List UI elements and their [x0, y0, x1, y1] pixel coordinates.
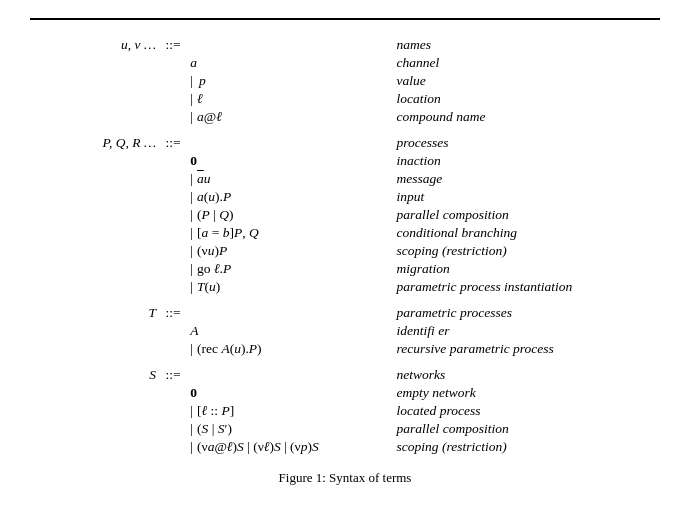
- rule-empty-network: 0: [190, 384, 396, 402]
- desc-parametric: parametric processes: [397, 304, 660, 322]
- desc-location: location: [397, 90, 660, 108]
- rule-located: |[ℓ :: P]: [190, 402, 396, 420]
- desc-instantiation: parametric process instantiation: [397, 278, 660, 296]
- desc-inaction: inaction: [397, 152, 660, 170]
- rule-scoping-s: |(νa@ℓ)S | (νℓ)S | (νp)S: [190, 438, 396, 456]
- table-row: 0 inaction: [30, 152, 660, 170]
- table-row: T ::= parametric processes: [30, 304, 660, 322]
- rule-empty2: [190, 134, 396, 152]
- rule-parallel-s: |(S | S′): [190, 420, 396, 438]
- desc-processes: processes: [397, 134, 660, 152]
- spacer-row: [30, 126, 660, 134]
- spacer-row: [30, 296, 660, 304]
- table-row: A identifi er: [30, 322, 660, 340]
- sep-s: ::=: [156, 366, 190, 384]
- rule-compound: |a@ℓ: [190, 108, 396, 126]
- table-row: |(S | S′) parallel composition: [30, 420, 660, 438]
- desc-conditional: conditional branching: [397, 224, 660, 242]
- desc-channel: channel: [397, 54, 660, 72]
- rule-migration: |go ℓ.P: [190, 260, 396, 278]
- table-row: |go ℓ.P migration: [30, 260, 660, 278]
- table-row: |T(u) parametric process instantiation: [30, 278, 660, 296]
- table-row: |a(u).P input: [30, 188, 660, 206]
- spacer-row: [30, 358, 660, 366]
- table-row: |(P | Q) parallel composition: [30, 206, 660, 224]
- rule-recursive: |(rec A(u).P): [190, 340, 396, 358]
- desc-compound: compound name: [397, 108, 660, 126]
- rule-ell: |ℓ: [190, 90, 396, 108]
- sep-uv: ::=: [156, 36, 190, 54]
- desc-empty-network: empty network: [397, 384, 660, 402]
- figure-caption: Figure 1: Syntax of terms: [279, 470, 412, 486]
- table-row: P, Q, R … ::= processes: [30, 134, 660, 152]
- desc-names: names: [397, 36, 660, 54]
- rule-inaction: 0: [190, 152, 396, 170]
- table-row: |(νa@ℓ)S | (νℓ)S | (νp)S scoping (restri…: [30, 438, 660, 456]
- bar-p: |: [190, 73, 193, 89]
- table-row: |a@ℓ compound name: [30, 108, 660, 126]
- rule-empty1: [190, 36, 396, 54]
- rule-a: a: [190, 54, 396, 72]
- desc-message: message: [397, 170, 660, 188]
- lhs-s: S: [30, 366, 156, 384]
- rule-conditional: |[a = b]P, Q: [190, 224, 396, 242]
- table-row: |[ℓ :: P] located process: [30, 402, 660, 420]
- desc-parallel-s: parallel composition: [397, 420, 660, 438]
- rule-message: |au: [190, 170, 396, 188]
- rule-scoping-p: |(νu)P: [190, 242, 396, 260]
- caption-text: Figure 1: Syntax of terms: [279, 470, 412, 485]
- desc-networks: networks: [397, 366, 660, 384]
- table-row: | p value: [30, 72, 660, 90]
- desc-input: input: [397, 188, 660, 206]
- lhs-uv: u, v …: [30, 36, 156, 54]
- figure-container: u, v … ::= names a channel | p: [30, 36, 660, 504]
- table-row: |au message: [30, 170, 660, 188]
- sep-pqr: ::=: [156, 134, 190, 152]
- desc-value: value: [397, 72, 660, 90]
- table-row: 0 empty network: [30, 384, 660, 402]
- table-row: |(νu)P scoping (restriction): [30, 242, 660, 260]
- sep-t: ::=: [156, 304, 190, 322]
- rule-parallel-p: |(P | Q): [190, 206, 396, 224]
- rule-empty4: [190, 366, 396, 384]
- rule-identifier: A: [190, 322, 396, 340]
- lhs-pqr: P, Q, R …: [30, 134, 156, 152]
- page: u, v … ::= names a channel | p: [0, 0, 690, 514]
- table-row: |(rec A(u).P) recursive parametric proce…: [30, 340, 660, 358]
- table-row: |[a = b]P, Q conditional branching: [30, 224, 660, 242]
- table-row: u, v … ::= names: [30, 36, 660, 54]
- val-p: p: [199, 73, 206, 89]
- desc-migration: migration: [397, 260, 660, 278]
- rule-input: |a(u).P: [190, 188, 396, 206]
- desc-recursive: recursive parametric process: [397, 340, 660, 358]
- syntax-table: u, v … ::= names a channel | p: [30, 36, 660, 456]
- table-row: a channel: [30, 54, 660, 72]
- desc-parallel-p: parallel composition: [397, 206, 660, 224]
- lhs-t: T: [30, 304, 156, 322]
- desc-located: located process: [397, 402, 660, 420]
- rule-instantiation: |T(u): [190, 278, 396, 296]
- top-border: [30, 18, 660, 20]
- rule-empty3: [190, 304, 396, 322]
- rule-p: | p: [190, 72, 370, 90]
- desc-scoping-s: scoping (restriction): [397, 438, 660, 456]
- desc-identifier: identifi er: [397, 322, 660, 340]
- table-row: |ℓ location: [30, 90, 660, 108]
- desc-scoping-p: scoping (restriction): [397, 242, 660, 260]
- table-row: S ::= networks: [30, 366, 660, 384]
